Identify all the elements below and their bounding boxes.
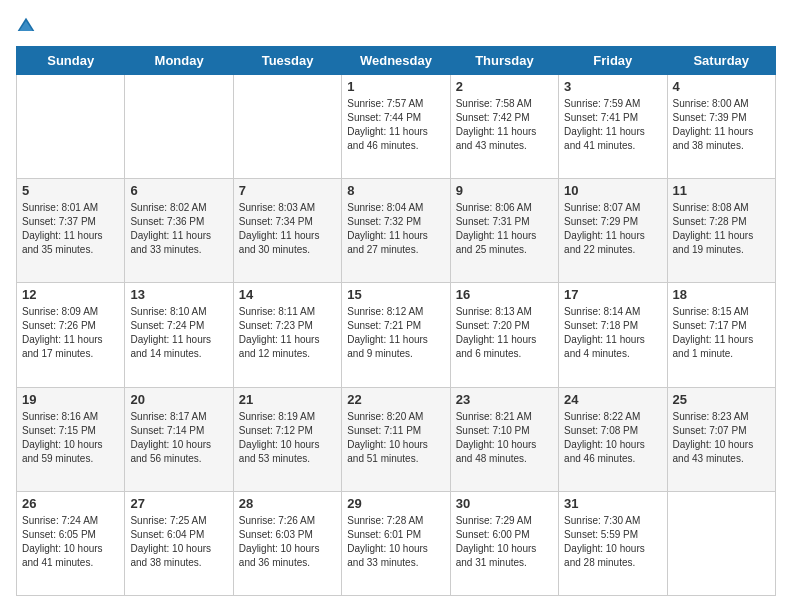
cell-info: Sunrise: 8:03 AM Sunset: 7:34 PM Dayligh… xyxy=(239,201,336,257)
cell-info: Sunrise: 8:09 AM Sunset: 7:26 PM Dayligh… xyxy=(22,305,119,361)
cell-day-number: 10 xyxy=(564,183,661,198)
calendar-cell xyxy=(233,75,341,179)
day-header-sunday: Sunday xyxy=(17,47,125,75)
cell-info: Sunrise: 8:12 AM Sunset: 7:21 PM Dayligh… xyxy=(347,305,444,361)
logo xyxy=(16,16,40,36)
cell-info: Sunrise: 8:23 AM Sunset: 7:07 PM Dayligh… xyxy=(673,410,770,466)
calendar-cell: 8Sunrise: 8:04 AM Sunset: 7:32 PM Daylig… xyxy=(342,179,450,283)
cell-info: Sunrise: 8:14 AM Sunset: 7:18 PM Dayligh… xyxy=(564,305,661,361)
cell-info: Sunrise: 8:08 AM Sunset: 7:28 PM Dayligh… xyxy=(673,201,770,257)
cell-day-number: 24 xyxy=(564,392,661,407)
calendar-cell: 2Sunrise: 7:58 AM Sunset: 7:42 PM Daylig… xyxy=(450,75,558,179)
cell-day-number: 22 xyxy=(347,392,444,407)
cell-info: Sunrise: 7:57 AM Sunset: 7:44 PM Dayligh… xyxy=(347,97,444,153)
calendar-cell: 20Sunrise: 8:17 AM Sunset: 7:14 PM Dayli… xyxy=(125,387,233,491)
cell-day-number: 20 xyxy=(130,392,227,407)
cell-day-number: 19 xyxy=(22,392,119,407)
cell-info: Sunrise: 8:02 AM Sunset: 7:36 PM Dayligh… xyxy=(130,201,227,257)
calendar-cell: 7Sunrise: 8:03 AM Sunset: 7:34 PM Daylig… xyxy=(233,179,341,283)
week-row-3: 12Sunrise: 8:09 AM Sunset: 7:26 PM Dayli… xyxy=(17,283,776,387)
calendar-cell: 5Sunrise: 8:01 AM Sunset: 7:37 PM Daylig… xyxy=(17,179,125,283)
cell-info: Sunrise: 8:01 AM Sunset: 7:37 PM Dayligh… xyxy=(22,201,119,257)
cell-info: Sunrise: 8:13 AM Sunset: 7:20 PM Dayligh… xyxy=(456,305,553,361)
cell-day-number: 12 xyxy=(22,287,119,302)
cell-day-number: 23 xyxy=(456,392,553,407)
cell-day-number: 9 xyxy=(456,183,553,198)
cell-info: Sunrise: 7:58 AM Sunset: 7:42 PM Dayligh… xyxy=(456,97,553,153)
calendar-cell: 29Sunrise: 7:28 AM Sunset: 6:01 PM Dayli… xyxy=(342,491,450,595)
calendar-cell: 3Sunrise: 7:59 AM Sunset: 7:41 PM Daylig… xyxy=(559,75,667,179)
calendar-cell: 21Sunrise: 8:19 AM Sunset: 7:12 PM Dayli… xyxy=(233,387,341,491)
cell-info: Sunrise: 8:20 AM Sunset: 7:11 PM Dayligh… xyxy=(347,410,444,466)
cell-day-number: 21 xyxy=(239,392,336,407)
cell-info: Sunrise: 8:11 AM Sunset: 7:23 PM Dayligh… xyxy=(239,305,336,361)
calendar-cell: 11Sunrise: 8:08 AM Sunset: 7:28 PM Dayli… xyxy=(667,179,775,283)
day-header-wednesday: Wednesday xyxy=(342,47,450,75)
day-header-tuesday: Tuesday xyxy=(233,47,341,75)
calendar-cell: 28Sunrise: 7:26 AM Sunset: 6:03 PM Dayli… xyxy=(233,491,341,595)
calendar-cell: 26Sunrise: 7:24 AM Sunset: 6:05 PM Dayli… xyxy=(17,491,125,595)
cell-day-number: 5 xyxy=(22,183,119,198)
cell-day-number: 27 xyxy=(130,496,227,511)
week-row-2: 5Sunrise: 8:01 AM Sunset: 7:37 PM Daylig… xyxy=(17,179,776,283)
cell-day-number: 30 xyxy=(456,496,553,511)
day-header-thursday: Thursday xyxy=(450,47,558,75)
cell-day-number: 4 xyxy=(673,79,770,94)
cell-day-number: 26 xyxy=(22,496,119,511)
page: SundayMondayTuesdayWednesdayThursdayFrid… xyxy=(0,0,792,612)
cell-info: Sunrise: 8:16 AM Sunset: 7:15 PM Dayligh… xyxy=(22,410,119,466)
day-header-monday: Monday xyxy=(125,47,233,75)
calendar-cell: 1Sunrise: 7:57 AM Sunset: 7:44 PM Daylig… xyxy=(342,75,450,179)
cell-info: Sunrise: 8:21 AM Sunset: 7:10 PM Dayligh… xyxy=(456,410,553,466)
calendar-cell: 4Sunrise: 8:00 AM Sunset: 7:39 PM Daylig… xyxy=(667,75,775,179)
cell-info: Sunrise: 7:25 AM Sunset: 6:04 PM Dayligh… xyxy=(130,514,227,570)
calendar-cell: 6Sunrise: 8:02 AM Sunset: 7:36 PM Daylig… xyxy=(125,179,233,283)
cell-info: Sunrise: 7:24 AM Sunset: 6:05 PM Dayligh… xyxy=(22,514,119,570)
calendar-cell: 12Sunrise: 8:09 AM Sunset: 7:26 PM Dayli… xyxy=(17,283,125,387)
cell-day-number: 15 xyxy=(347,287,444,302)
cell-day-number: 25 xyxy=(673,392,770,407)
calendar-cell: 23Sunrise: 8:21 AM Sunset: 7:10 PM Dayli… xyxy=(450,387,558,491)
cell-day-number: 16 xyxy=(456,287,553,302)
cell-info: Sunrise: 8:15 AM Sunset: 7:17 PM Dayligh… xyxy=(673,305,770,361)
cell-day-number: 13 xyxy=(130,287,227,302)
cell-day-number: 2 xyxy=(456,79,553,94)
calendar-cell: 25Sunrise: 8:23 AM Sunset: 7:07 PM Dayli… xyxy=(667,387,775,491)
calendar-cell: 31Sunrise: 7:30 AM Sunset: 5:59 PM Dayli… xyxy=(559,491,667,595)
cell-day-number: 8 xyxy=(347,183,444,198)
calendar-cell: 10Sunrise: 8:07 AM Sunset: 7:29 PM Dayli… xyxy=(559,179,667,283)
cell-info: Sunrise: 8:19 AM Sunset: 7:12 PM Dayligh… xyxy=(239,410,336,466)
cell-day-number: 18 xyxy=(673,287,770,302)
day-header-saturday: Saturday xyxy=(667,47,775,75)
cell-info: Sunrise: 8:06 AM Sunset: 7:31 PM Dayligh… xyxy=(456,201,553,257)
cell-day-number: 6 xyxy=(130,183,227,198)
cell-day-number: 31 xyxy=(564,496,661,511)
cell-day-number: 29 xyxy=(347,496,444,511)
cell-day-number: 28 xyxy=(239,496,336,511)
cell-info: Sunrise: 8:22 AM Sunset: 7:08 PM Dayligh… xyxy=(564,410,661,466)
calendar-cell: 30Sunrise: 7:29 AM Sunset: 6:00 PM Dayli… xyxy=(450,491,558,595)
cell-info: Sunrise: 7:28 AM Sunset: 6:01 PM Dayligh… xyxy=(347,514,444,570)
cell-day-number: 11 xyxy=(673,183,770,198)
cell-day-number: 3 xyxy=(564,79,661,94)
cell-info: Sunrise: 8:04 AM Sunset: 7:32 PM Dayligh… xyxy=(347,201,444,257)
calendar-cell: 22Sunrise: 8:20 AM Sunset: 7:11 PM Dayli… xyxy=(342,387,450,491)
calendar-cell: 24Sunrise: 8:22 AM Sunset: 7:08 PM Dayli… xyxy=(559,387,667,491)
header xyxy=(16,16,776,36)
calendar-cell: 19Sunrise: 8:16 AM Sunset: 7:15 PM Dayli… xyxy=(17,387,125,491)
cell-info: Sunrise: 7:26 AM Sunset: 6:03 PM Dayligh… xyxy=(239,514,336,570)
calendar-cell: 14Sunrise: 8:11 AM Sunset: 7:23 PM Dayli… xyxy=(233,283,341,387)
calendar-cell: 18Sunrise: 8:15 AM Sunset: 7:17 PM Dayli… xyxy=(667,283,775,387)
calendar-cell: 16Sunrise: 8:13 AM Sunset: 7:20 PM Dayli… xyxy=(450,283,558,387)
calendar-cell: 9Sunrise: 8:06 AM Sunset: 7:31 PM Daylig… xyxy=(450,179,558,283)
cell-info: Sunrise: 8:17 AM Sunset: 7:14 PM Dayligh… xyxy=(130,410,227,466)
calendar-cell: 27Sunrise: 7:25 AM Sunset: 6:04 PM Dayli… xyxy=(125,491,233,595)
calendar-cell: 17Sunrise: 8:14 AM Sunset: 7:18 PM Dayli… xyxy=(559,283,667,387)
cell-day-number: 14 xyxy=(239,287,336,302)
calendar-cell xyxy=(17,75,125,179)
cell-day-number: 7 xyxy=(239,183,336,198)
week-row-1: 1Sunrise: 7:57 AM Sunset: 7:44 PM Daylig… xyxy=(17,75,776,179)
cell-info: Sunrise: 7:29 AM Sunset: 6:00 PM Dayligh… xyxy=(456,514,553,570)
logo-icon xyxy=(16,16,36,36)
day-header-friday: Friday xyxy=(559,47,667,75)
